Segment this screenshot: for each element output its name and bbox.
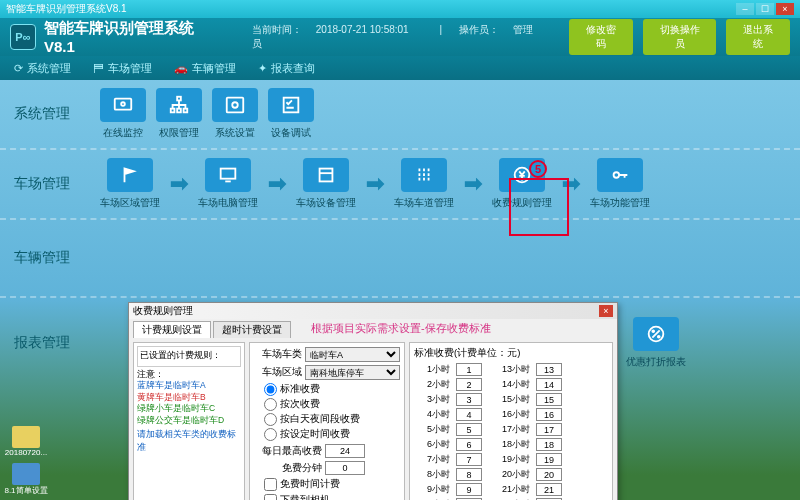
tab-overtime-fee[interactable]: 超时计费设置 [213, 321, 291, 338]
rate-hour-label: 14小时 [488, 378, 530, 391]
rate-value-input[interactable] [536, 363, 562, 376]
desktop-icon-doc[interactable]: 8.1简单设置 [4, 463, 48, 496]
cartype-label: 车场车类 [254, 348, 302, 361]
rate-value-input[interactable] [456, 453, 482, 466]
rate-value-input[interactable] [456, 378, 482, 391]
rate-value-input[interactable] [536, 378, 562, 391]
rate-hour-label: 17小时 [488, 423, 530, 436]
section-system: 系统管理 在线监控 权限管理 系统设置 设备调试 [0, 80, 800, 150]
svg-rect-4 [177, 109, 181, 113]
annotation-five-marker: 5 [529, 160, 547, 178]
desktop-icon-folder[interactable]: 20180720... [4, 426, 48, 457]
item-device-debug[interactable]: 设备调试 [268, 88, 314, 140]
rate-hour-label: 18小时 [488, 438, 530, 451]
item-discount-report[interactable]: 优惠打折报表 [626, 317, 686, 369]
rate-hour-label: 5小时 [414, 423, 450, 436]
key-icon [597, 158, 643, 192]
dialog-note: 根据项目实际需求设置-保存收费标准 [311, 321, 491, 338]
checklist-icon [268, 88, 314, 122]
app-title: 智能车牌识别管理系统V8.1 [44, 19, 224, 55]
exit-system-button[interactable]: 退出系统 [726, 19, 790, 55]
flag-icon [107, 158, 153, 192]
rate-hour-label: 13小时 [488, 363, 530, 376]
load-standard-link[interactable]: 请加载相关车类的收费标准 [137, 428, 241, 454]
radio-daynight[interactable]: 按白天夜间段收费 [264, 413, 400, 426]
item-park-pc[interactable]: 车场电脑管理 [198, 158, 258, 210]
rate-value-input[interactable] [536, 393, 562, 406]
change-password-button[interactable]: 修改密码 [569, 19, 633, 55]
nav-system[interactable]: ⟳系统管理 [14, 61, 71, 76]
rate-value-input[interactable] [456, 393, 482, 406]
arrow-icon: ➡ [366, 171, 384, 197]
folder-icon [12, 426, 40, 448]
daily-max-input[interactable] [325, 444, 365, 458]
arrow-icon: ➡ [170, 171, 188, 197]
item-permission[interactable]: 权限管理 [156, 88, 202, 140]
section-vehicle: 车辆管理 [0, 220, 800, 298]
radio-fixed[interactable]: 按设定时间收费 [264, 428, 400, 441]
tab-fee-rule[interactable]: 计费规则设置 [133, 321, 211, 338]
rules-list-panel: 已设置的计费规则： 注意： 蓝牌车是临时车A 黄牌车是临时车B 绿牌小车是临时车… [133, 342, 245, 500]
park-icon: ⛿ [93, 62, 104, 74]
rate-hour-label: 1小时 [414, 363, 450, 376]
main-navbar: ⟳系统管理 ⛿车场管理 🚗车辆管理 ✦报表查询 [0, 56, 800, 80]
rate-hour-label: 21小时 [488, 483, 530, 496]
free-min-input[interactable] [325, 461, 365, 475]
free-min-label: 免费分钟 [254, 462, 322, 475]
switch-operator-button[interactable]: 切换操作员 [643, 19, 717, 55]
rate-value-input[interactable] [536, 453, 562, 466]
rate-value-input[interactable] [456, 363, 482, 376]
nav-report[interactable]: ✦报表查询 [258, 61, 315, 76]
item-park-device[interactable]: 车场设备管理 [296, 158, 356, 210]
section-label: 车场管理 [14, 175, 100, 193]
cartype-select[interactable]: 临时车A [305, 347, 400, 362]
app-logo-icon: P∞ [10, 24, 36, 50]
rate-value-input[interactable] [536, 423, 562, 436]
window-max-button[interactable]: ☐ [756, 3, 774, 15]
dialog-close-button[interactable]: × [599, 305, 613, 317]
dialog-titlebar: 收费规则管理 × [129, 303, 617, 319]
note-line-red: 黄牌车是临时车B [137, 392, 241, 403]
arrow-icon: ➡ [464, 171, 482, 197]
svg-rect-2 [177, 97, 181, 101]
svg-point-1 [121, 102, 125, 106]
note-label: 注意： [137, 369, 241, 380]
rate-value-input[interactable] [456, 468, 482, 481]
rate-value-input[interactable] [456, 408, 482, 421]
chk-free-calc[interactable]: 免费时间计费 [264, 478, 400, 491]
discount-icon [633, 317, 679, 351]
radio-standard[interactable]: 标准收费 [264, 383, 400, 396]
rate-value-input[interactable] [536, 408, 562, 421]
window-min-button[interactable]: – [736, 3, 754, 15]
rate-panel: 标准收费(计费单位：元) 1小时13小时2小时14小时3小时15小时4小时16小… [409, 342, 613, 500]
item-park-area[interactable]: 车场区域管理 [100, 158, 160, 210]
fee-rules-dialog: 收费规则管理 × 计费规则设置 超时计费设置 根据项目实际需求设置-保存收费标准… [128, 302, 618, 500]
rate-hour-label: 4小时 [414, 408, 450, 421]
chk-download[interactable]: 下载到相机 [264, 494, 400, 500]
device-icon [303, 158, 349, 192]
radio-times[interactable]: 按次收费 [264, 398, 400, 411]
area-select[interactable]: 南科地库停车 [305, 365, 400, 380]
refresh-icon: ⟳ [14, 62, 23, 75]
dialog-title: 收费规则管理 [133, 304, 193, 318]
rate-hour-label: 2小时 [414, 378, 450, 391]
item-park-lane[interactable]: 车场车道管理 [394, 158, 454, 210]
item-system-settings[interactable]: 系统设置 [212, 88, 258, 140]
rate-hour-label: 16小时 [488, 408, 530, 421]
section-label: 车辆管理 [14, 249, 100, 267]
rate-value-input[interactable] [456, 483, 482, 496]
item-park-function[interactable]: 车场功能管理 [590, 158, 650, 210]
rate-value-input[interactable] [536, 483, 562, 496]
rate-value-input[interactable] [536, 468, 562, 481]
nav-vehicle[interactable]: 🚗车辆管理 [174, 61, 236, 76]
app-header: P∞ 智能车牌识别管理系统V8.1 当前时间：2018-07-21 10:58:… [0, 18, 800, 56]
svg-rect-8 [284, 98, 299, 113]
rate-value-input[interactable] [536, 438, 562, 451]
svg-rect-6 [227, 98, 244, 113]
svg-rect-3 [171, 109, 175, 113]
rate-value-input[interactable] [456, 438, 482, 451]
window-close-button[interactable]: × [776, 3, 794, 15]
item-online-monitor[interactable]: 在线监控 [100, 88, 146, 140]
rate-value-input[interactable] [456, 423, 482, 436]
nav-park[interactable]: ⛿车场管理 [93, 61, 152, 76]
